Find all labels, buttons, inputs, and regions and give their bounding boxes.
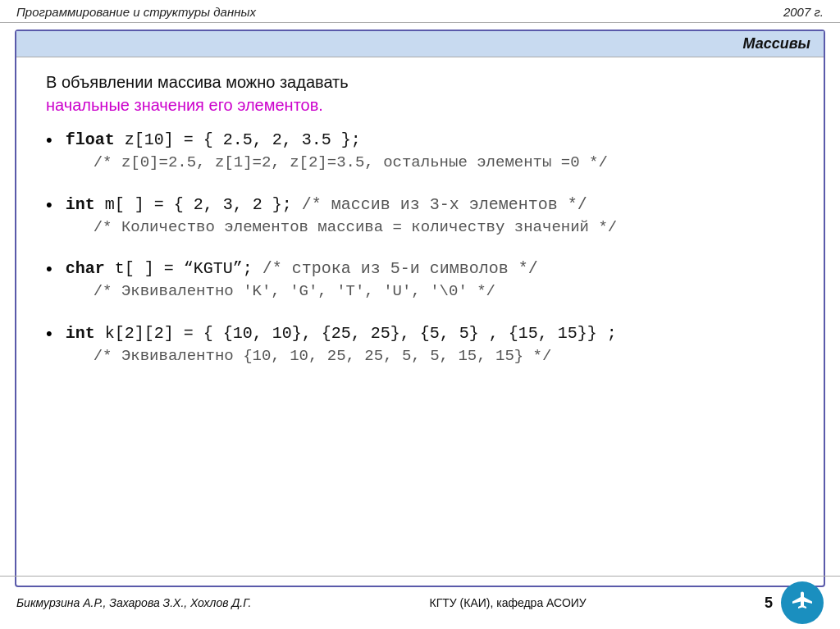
intro-paragraph: В объявлении массива можно задавать нача… — [46, 71, 794, 116]
bullet-content-int2: int k[2][2] = { {10, 10}, {25, 25}, {5, … — [66, 321, 794, 368]
intro-line2-highlight: начальные значения его элементов. — [46, 96, 323, 114]
code-int: int m[ ] = { 2, 3, 2 }; /* массив из 3-х… — [66, 193, 794, 217]
slide-body: В объявлении массива можно задавать нача… — [16, 57, 824, 399]
kw-int2: int — [66, 324, 95, 343]
kw-char: char — [66, 259, 105, 278]
comment-float: /* z[0]=2.5, z[1]=2, z[2]=3.5, остальные… — [94, 152, 794, 175]
bullet-section-char: • char t[ ] = “KGTU”; /* строка из 5-и с… — [46, 257, 794, 303]
bullet-section-int: • int m[ ] = { 2, 3, 2 }; /* массив из 3… — [46, 193, 794, 239]
kw-int: int — [66, 195, 95, 214]
bullet-dot-float: • — [46, 130, 52, 151]
bullet-dot-int: • — [46, 194, 52, 216]
bullet-item-char: • char t[ ] = “KGTU”; /* строка из 5-и с… — [46, 257, 794, 303]
page-number: 5 — [765, 595, 773, 612]
footer-left-text: Бикмурзина А.Р., Захарова З.Х., Хохлов Д… — [16, 596, 251, 609]
comment-int: /* Количество элементов массива = количе… — [94, 217, 794, 239]
bullet-dot-char: • — [46, 258, 52, 280]
comment-int2: /* Эквивалентно {10, 10, 25, 25, 5, 5, 1… — [94, 345, 794, 368]
bullet-section-int2: • int k[2][2] = { {10, 10}, {25, 25}, {5… — [46, 321, 794, 368]
footer-center-text: КГТУ (КАИ), кафедра АСОИУ — [430, 596, 587, 609]
bullet-section-float: • float z[10] = { 2.5, 2, 3.5 }; /* z[0]… — [46, 128, 794, 175]
footer-right-area: 5 — [765, 581, 824, 624]
page-header: Программирование и структуры данных 2007… — [0, 0, 840, 23]
main-content: Массивы В объявлении массива можно задав… — [15, 30, 825, 587]
bullet-content-char: char t[ ] = “KGTU”; /* строка из 5-и сим… — [66, 257, 794, 303]
kw-float: float — [66, 130, 115, 149]
bullet-content-float: float z[10] = { 2.5, 2, 3.5 }; /* z[0]=2… — [66, 128, 794, 175]
bullet-item-int2: • int k[2][2] = { {10, 10}, {25, 25}, {5… — [46, 321, 794, 368]
bullet-item-int: • int m[ ] = { 2, 3, 2 }; /* массив из 3… — [46, 193, 794, 239]
comment-char: /* Эквивалентно 'K', 'G', 'T', 'U', '\0'… — [94, 280, 794, 303]
code-int2: int k[2][2] = { {10, 10}, {25, 25}, {5, … — [66, 321, 794, 345]
slide-title-bar: Массивы — [16, 31, 824, 57]
airplane-icon — [781, 581, 824, 624]
slide-title: Массивы — [743, 35, 811, 52]
intro-line1: В объявлении массива можно задавать — [46, 73, 349, 91]
bullet-content-int: int m[ ] = { 2, 3, 2 }; /* массив из 3-х… — [66, 193, 794, 239]
header-right-text: 2007 г. — [783, 5, 824, 19]
bullet-dot-int2: • — [46, 323, 52, 344]
code-char: char t[ ] = “KGTU”; /* строка из 5-и сим… — [66, 257, 794, 280]
bullet-item-float: • float z[10] = { 2.5, 2, 3.5 }; /* z[0]… — [46, 128, 794, 175]
header-left-text: Программирование и структуры данных — [16, 5, 256, 19]
code-float: float z[10] = { 2.5, 2, 3.5 }; — [66, 128, 794, 152]
page-footer: Бикмурзина А.Р., Захарова З.Х., Хохлов Д… — [0, 576, 840, 629]
